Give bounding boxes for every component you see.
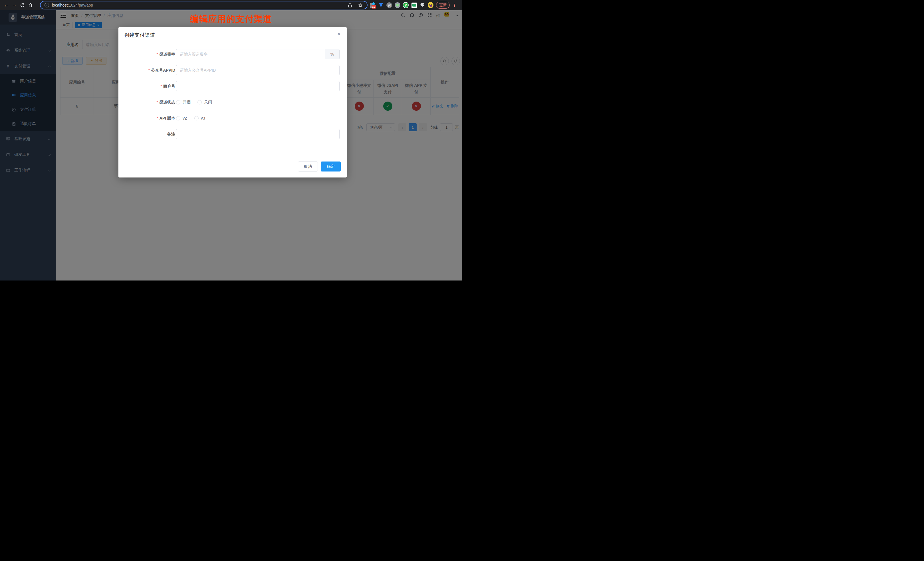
radio-circle-icon: [194, 116, 199, 120]
radio-circle-icon: [176, 100, 180, 105]
remark-label: 备注: [118, 129, 175, 139]
create-payment-channel-dialog: 创建支付渠道 × *渠道费率 % *公众号APPID *商户号 *渠: [118, 27, 347, 177]
profile-avatar-icon[interactable]: [428, 2, 434, 8]
site-info-icon[interactable]: i: [45, 3, 49, 8]
channel-status-label: *渠道状态: [118, 97, 175, 107]
extensions-area: 10 ⌘ y 更新 ⋮: [370, 0, 457, 10]
extension-badge-icon[interactable]: 10: [370, 2, 375, 8]
merchant-label: *商户号: [118, 81, 175, 91]
cancel-button[interactable]: 取消: [298, 162, 318, 171]
api-v2-radio[interactable]: v2: [176, 116, 187, 120]
extension-chat-icon[interactable]: [411, 2, 417, 8]
rate-label: *渠道费率: [118, 49, 175, 59]
dialog-title: 创建支付渠道: [124, 32, 155, 39]
browser-toolbar: ← → i localhost:1024/pay/app 10: [0, 0, 462, 10]
channel-rate-input[interactable]: [176, 50, 325, 59]
annotation-text: 编辑应用的支付渠道: [0, 13, 462, 25]
extension-dot-icon[interactable]: [394, 2, 400, 8]
browser-forward-icon[interactable]: →: [10, 1, 18, 9]
status-off-radio[interactable]: 关闭: [198, 100, 212, 105]
browser-reload-icon[interactable]: [18, 1, 26, 9]
api-version-label: *API 版本: [118, 113, 175, 123]
url-host: localhost: [52, 3, 68, 8]
radio-circle-icon: [198, 100, 202, 105]
bookmark-star-icon[interactable]: [356, 1, 364, 9]
url-path: :1024/pay/app: [68, 3, 93, 8]
percent-suffix: %: [325, 50, 339, 59]
extension-pin-icon[interactable]: [378, 2, 384, 8]
api-v3-radio[interactable]: v3: [194, 116, 205, 120]
browser-back-icon[interactable]: ←: [2, 1, 10, 9]
extension-badge-count: 10: [372, 5, 376, 9]
radio-circle-icon: [176, 116, 180, 120]
official-account-appid-input[interactable]: [176, 65, 340, 75]
address-bar[interactable]: i localhost:1024/pay/app: [40, 1, 368, 9]
remark-input[interactable]: [176, 129, 340, 139]
status-on-radio[interactable]: 开启: [176, 100, 190, 105]
screen: ← → i localhost:1024/pay/app 10: [0, 0, 462, 280]
extension-y-icon[interactable]: y: [403, 2, 409, 8]
confirm-button[interactable]: 确定: [321, 162, 341, 171]
browser-menu-icon[interactable]: ⋮: [452, 3, 457, 8]
extension-command-icon[interactable]: ⌘: [386, 2, 392, 8]
merchant-id-input[interactable]: [176, 81, 340, 91]
browser-home-icon[interactable]: [26, 1, 34, 9]
share-icon[interactable]: [346, 1, 354, 9]
browser-update-button[interactable]: 更新: [436, 2, 450, 9]
dialog-close-icon[interactable]: ×: [337, 31, 340, 36]
appid-label: *公众号APPID: [118, 65, 175, 75]
extensions-puzzle-icon[interactable]: [420, 2, 425, 8]
